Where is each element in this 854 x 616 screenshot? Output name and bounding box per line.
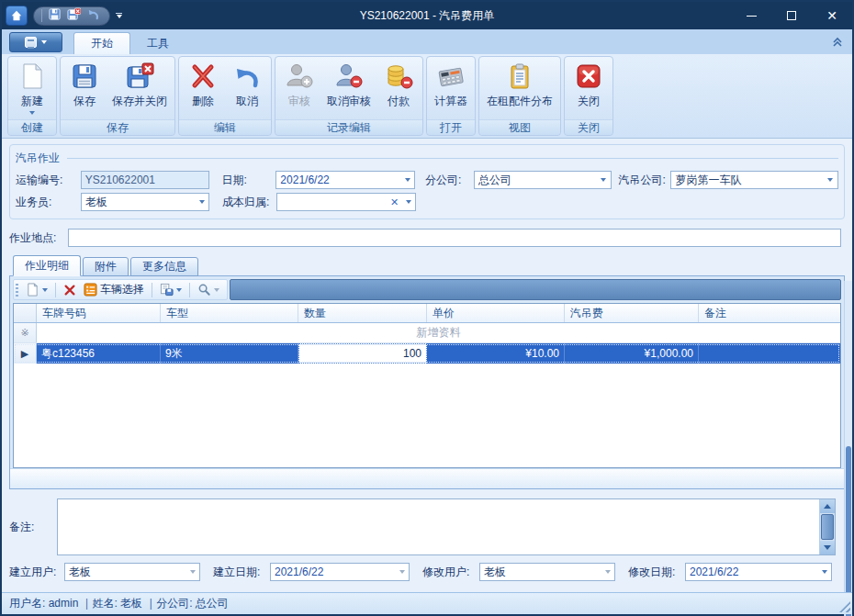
dropdown-button[interactable]	[601, 564, 614, 580]
dropdown-button[interactable]	[395, 564, 409, 580]
rented-parts-distribution-button[interactable]: 在租配件分布	[481, 59, 558, 119]
chevron-down-icon	[406, 200, 411, 204]
create-user-field[interactable]: 老板	[64, 563, 200, 581]
column-header-remark[interactable]: 备注	[699, 304, 840, 322]
delete-icon	[188, 62, 218, 91]
crane-company-label: 汽吊公司:	[619, 173, 671, 188]
export-icon	[160, 283, 174, 297]
close-button[interactable]: ✕	[812, 2, 852, 29]
scrollbar-thumb[interactable]	[846, 446, 851, 616]
save-button[interactable]: 保存	[62, 59, 107, 119]
dropdown-button[interactable]	[195, 194, 208, 210]
cell-plate[interactable]: 粤c123456	[37, 343, 161, 364]
modify-user-field[interactable]: 老板	[479, 563, 615, 581]
minimize-button[interactable]	[731, 2, 771, 29]
clear-button[interactable]: ✕	[388, 194, 401, 210]
branch-label: 分公司:	[425, 173, 474, 188]
add-row-button[interactable]	[24, 282, 50, 297]
home-button[interactable]	[6, 6, 28, 26]
qat-overflow-button[interactable]	[116, 13, 122, 18]
scroll-up-button[interactable]	[820, 499, 835, 513]
work-detail-tabpage: 车辆选择 车牌号	[9, 275, 845, 489]
cell-unit-price[interactable]: ¥10.00	[427, 343, 565, 364]
ribbon-tab-tools[interactable]: 工具	[130, 32, 185, 54]
cell-remark[interactable]	[699, 343, 840, 364]
column-header-plate[interactable]: 车牌号码	[37, 304, 161, 322]
qat-save-close-button[interactable]	[67, 7, 81, 25]
location-label: 作业地点:	[9, 230, 68, 246]
column-header-quantity[interactable]: 数量	[298, 304, 427, 322]
cancel-approve-button[interactable]: 取消审核	[321, 59, 376, 119]
dropdown-button[interactable]	[185, 564, 199, 580]
toolbar-separator	[55, 283, 56, 297]
scroll-down-button[interactable]	[820, 541, 835, 554]
search-button[interactable]	[196, 282, 221, 297]
save-and-close-button[interactable]: 保存并关闭	[107, 59, 173, 119]
calculator-button[interactable]: 计算器	[429, 59, 473, 119]
tab-more-info[interactable]: 更多信息	[130, 257, 198, 276]
quick-access-toolbar	[33, 6, 110, 26]
resize-grip[interactable]	[839, 601, 850, 612]
undo-icon	[86, 7, 100, 21]
collapse-ribbon-button[interactable]	[832, 35, 843, 51]
dropdown-button[interactable]	[401, 194, 415, 210]
grid-selected-row[interactable]: ▶ 粤c123456 9米 100 ¥10.00 ¥1,000.00	[14, 343, 840, 364]
location-field[interactable]	[68, 229, 841, 247]
dropdown-button[interactable]	[817, 564, 831, 580]
tab-attachments[interactable]: 附件	[83, 257, 129, 276]
crane-company-field[interactable]: 萝岗第一车队	[670, 171, 838, 189]
titlebar: YS210622001 - 汽吊费用单 ✕	[2, 2, 852, 29]
delete-button[interactable]: 删除	[181, 59, 225, 119]
column-header-vehicle-type[interactable]: 车型	[161, 304, 298, 322]
date-field[interactable]: 2021/6/22	[275, 171, 415, 189]
audit-row: 建立用户: 老板 建立日期: 2021/6/22 修改用户: 老板 修改日期: …	[9, 563, 845, 581]
grid-toolbar-buttons: 车辆选择	[13, 279, 228, 300]
maximize-button[interactable]	[771, 2, 812, 29]
application-menu-button[interactable]	[9, 32, 62, 52]
cell-vehicle-type[interactable]: 9米	[161, 343, 298, 364]
tab-work-detail[interactable]: 作业明细	[13, 255, 81, 276]
cell-crane-fee[interactable]: ¥1,000.00	[565, 343, 699, 364]
dropdown-button[interactable]	[400, 172, 414, 188]
column-header-unit-price[interactable]: 单价	[427, 304, 565, 322]
grid-header: 车牌号码 车型 数量 单价 汽吊费 备注	[14, 304, 840, 323]
group-caption: 视图	[479, 119, 560, 135]
modify-date-field[interactable]: 2021/6/22	[685, 563, 832, 581]
cell-quantity[interactable]: 100	[298, 343, 427, 364]
scrollbar-thumb[interactable]	[821, 514, 834, 540]
payment-icon	[384, 62, 413, 91]
chevron-down-icon	[41, 40, 47, 44]
new-button[interactable]: 新建	[10, 59, 54, 119]
toolbar-grip[interactable]	[16, 284, 18, 297]
branch-field[interactable]: 总公司	[474, 171, 612, 189]
payment-button[interactable]: 付款	[376, 59, 421, 119]
checklist-icon	[84, 283, 97, 297]
column-header-crane-fee[interactable]: 汽吊费	[565, 304, 699, 322]
vehicle-select-button[interactable]: 车辆选择	[82, 281, 146, 298]
form-vertical-scrollbar[interactable]	[844, 281, 852, 616]
close-form-button[interactable]: 关闭	[567, 59, 611, 119]
export-button[interactable]	[158, 282, 184, 297]
caption-line	[67, 158, 838, 159]
remark-textarea[interactable]	[57, 498, 836, 555]
dropdown-button[interactable]	[597, 172, 611, 188]
transport-no-field[interactable]: YS210622001	[81, 171, 209, 189]
window-controls: ✕	[731, 2, 852, 29]
create-date-field[interactable]: 2021/6/22	[270, 563, 410, 581]
grid-empty-area[interactable]	[14, 364, 840, 467]
qat-save-button[interactable]	[48, 7, 62, 25]
grid-new-row[interactable]: ※ 新增资料	[14, 323, 840, 343]
salesman-field[interactable]: 老板	[81, 193, 209, 211]
grid-indicator-header	[14, 304, 37, 322]
search-icon	[197, 283, 211, 297]
ribbon-tab-start[interactable]: 开始	[73, 32, 130, 54]
ribbon-group-save: 保存 保存并关闭 保存	[60, 56, 175, 136]
dropdown-button[interactable]	[824, 172, 837, 188]
remark-scrollbar[interactable]	[819, 499, 835, 554]
cost-owner-field[interactable]: ✕	[276, 193, 416, 211]
delete-row-button[interactable]	[62, 283, 78, 297]
cancel-button[interactable]: 取消	[225, 59, 269, 119]
qat-undo-button[interactable]	[86, 7, 100, 25]
create-user-label: 建立用户:	[9, 565, 64, 580]
remark-row: 备注:	[9, 498, 845, 555]
